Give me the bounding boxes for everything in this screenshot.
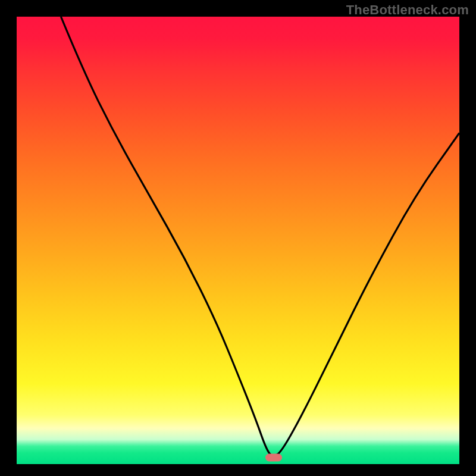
chart-frame: TheBottleneck.com (0, 0, 476, 476)
curve-svg (17, 17, 459, 464)
plot-area (17, 17, 459, 464)
watermark-text: TheBottleneck.com (346, 2, 469, 18)
bottleneck-curve (61, 17, 459, 456)
optimal-marker (265, 453, 282, 461)
